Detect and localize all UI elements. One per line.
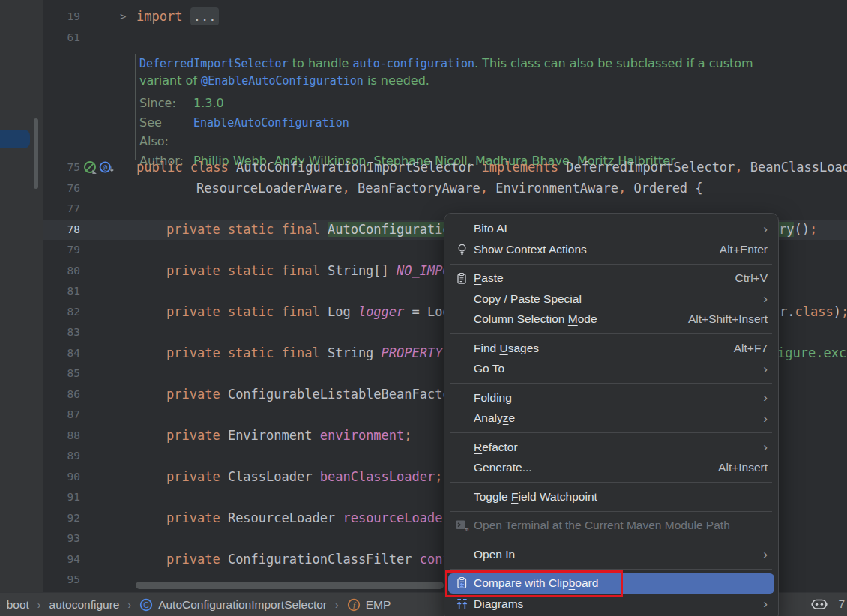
- menu-item-icon-slot: [453, 490, 470, 504]
- menu-item-show-context-actions[interactable]: Show Context ActionsAlt+Enter: [448, 239, 774, 260]
- menu-item-column-selection-mode[interactable]: Column Selection ModeAlt+Shift+Insert: [448, 309, 774, 330]
- code-line-76[interactable]: 76ResourceLoaderAware, BeanFactoryAware,…: [0, 178, 847, 199]
- menu-item-folding[interactable]: Folding›: [448, 387, 774, 408]
- status-right: 7: [810, 592, 847, 616]
- javadoc-text: to handle: [289, 56, 353, 70]
- class-icon: C: [139, 598, 153, 612]
- code-text: private ClassLoader beanClassLoader;: [166, 467, 443, 488]
- breadcrumb-item-emp[interactable]: fEMP: [347, 598, 391, 612]
- line-number: 80: [43, 261, 80, 282]
- menu-separator: [450, 482, 772, 483]
- javadoc-line: variant of @EnableAutoConfiguration is n…: [139, 73, 847, 90]
- svg-text:C: C: [143, 600, 149, 609]
- javadoc-meta-row: See Also:EnableAutoConfiguration: [139, 113, 847, 151]
- menu-item-shortcut: Alt+Shift+Insert: [688, 312, 768, 326]
- menu-item-analyze[interactable]: Analyze›: [448, 408, 774, 429]
- menu-separator: [450, 540, 772, 540]
- menu-item-shortcut: Alt+Insert: [718, 461, 768, 474]
- terminal-maven-icon: m: [453, 519, 470, 532]
- javadoc-link[interactable]: auto-configuration: [353, 57, 475, 70]
- editor-horizontal-scrollbar[interactable]: [136, 582, 444, 589]
- code-line-18[interactable]: 18: [0, 0, 847, 7]
- annotation-red-box: [445, 570, 623, 597]
- line-number: 93: [43, 528, 80, 549]
- javadoc-link[interactable]: DeferredImportSelector: [139, 57, 289, 70]
- code-text: import ...: [136, 7, 219, 28]
- menu-item-label: Generate...: [474, 461, 709, 474]
- menu-item-paste[interactable]: PasteCtrl+V: [448, 268, 774, 289]
- line-number: 81: [43, 281, 80, 302]
- javadoc-meta-row: Since:1.3.0: [139, 94, 847, 113]
- breadcrumb-item-autoconfigurationimportselector[interactable]: CAutoConfigurationImportSelector: [139, 598, 327, 612]
- clipboard-icon: [453, 271, 470, 285]
- spring-bean-icon[interactable]: [83, 160, 98, 175]
- submenu-arrow-icon: ›: [763, 223, 768, 235]
- menu-item-generate[interactable]: Generate...Alt+Insert: [448, 458, 774, 479]
- code-line-75[interactable]: 75@public class AutoConfigurationImportS…: [0, 157, 847, 178]
- copilot-icon[interactable]: [810, 597, 828, 612]
- breadcrumb-separator: ›: [127, 599, 131, 611]
- line-number: 91: [43, 487, 80, 508]
- code-fragment: ry();: [779, 220, 817, 241]
- javadoc-link[interactable]: @EnableAutoConfiguration: [201, 74, 364, 88]
- submenu-arrow-icon: ›: [763, 363, 768, 375]
- menu-item-label: Paste: [474, 271, 726, 285]
- menu-item-go-to[interactable]: Go To›: [448, 359, 774, 380]
- line-number: 84: [43, 343, 80, 364]
- implements-icon[interactable]: @: [99, 160, 114, 175]
- code-line-19[interactable]: 19>import ...: [0, 7, 847, 28]
- menu-separator: [450, 511, 772, 512]
- menu-item-label: Diagrams: [474, 597, 754, 611]
- menu-item-label: Go To: [474, 362, 754, 375]
- line-number: 89: [43, 446, 80, 467]
- breadcrumb-leading-chevron: ›: [0, 599, 1, 611]
- breadcrumb-label: AutoConfigurationImportSelector: [158, 598, 327, 612]
- breadcrumb: boot›autoconfigure›CAutoConfigurationImp…: [7, 598, 391, 612]
- line-number: 92: [43, 508, 80, 529]
- code-text: private static final String[] NO_IMPO: [166, 261, 450, 282]
- menu-item-refactor[interactable]: Refactor›: [448, 437, 774, 458]
- code-fragment: igure.exc: [777, 343, 846, 364]
- menu-item-icon-slot: [453, 292, 470, 306]
- breadcrumb-separator: ›: [335, 599, 339, 611]
- submenu-arrow-icon: ›: [763, 412, 768, 425]
- javadoc-border: [135, 54, 136, 160]
- code-fragment: r.class);: [780, 302, 847, 323]
- diagrams-icon: [453, 597, 470, 611]
- javadoc-text: variant of: [139, 73, 201, 88]
- menu-item-open-terminal-at-the-current-maven-module-path[interactable]: mOpen Terminal at the Current Maven Modu…: [448, 516, 774, 537]
- fold-arrow-icon[interactable]: >: [120, 7, 126, 28]
- project-pane-scrollbar[interactable]: [34, 118, 38, 189]
- line-number: 18: [43, 0, 80, 7]
- project-pane[interactable]: [0, 0, 43, 616]
- menu-item-label: Folding: [474, 391, 754, 405]
- menu-separator: [450, 333, 772, 334]
- code-line-61[interactable]: 61: [0, 28, 847, 49]
- menu-item-toggle-field-watchpoint[interactable]: Toggle Field Watchpoint: [448, 486, 774, 507]
- javadoc-meta-value: 1.3.0: [193, 94, 224, 113]
- menu-item-icon-slot: [453, 342, 470, 355]
- menu-item-find-usages[interactable]: Find UsagesAlt+F7: [448, 338, 774, 359]
- svg-text:@: @: [103, 163, 107, 172]
- menu-item-label: Copy / Paste Special: [474, 292, 754, 306]
- menu-item-copy-paste-special[interactable]: Copy / Paste Special›: [448, 289, 774, 309]
- breadcrumb-item-boot[interactable]: boot: [7, 598, 29, 612]
- code-text: private ResourceLoader resourceLoader: [166, 508, 450, 529]
- lightbulb-icon: [453, 243, 470, 256]
- javadoc-rendered: DeferredImportSelector to handle auto-co…: [139, 55, 847, 170]
- line-number: 79: [43, 240, 80, 261]
- project-selected-item[interactable]: [0, 130, 30, 148]
- breadcrumb-item-autoconfigure[interactable]: autoconfigure: [49, 598, 120, 612]
- menu-item-label: Analyze: [474, 411, 754, 425]
- menu-item-open-in[interactable]: Open In›: [448, 544, 774, 565]
- menu-item-shortcut: Alt+Enter: [720, 243, 768, 256]
- menu-item-icon-slot: [453, 441, 470, 454]
- breadcrumb-label: EMP: [366, 598, 391, 612]
- menu-item-shortcut: Alt+F7: [734, 342, 768, 355]
- line-number: 19: [43, 7, 80, 28]
- menu-item-bito-ai[interactable]: Bito AI›: [448, 219, 774, 240]
- menu-item-label: Find Usages: [474, 342, 725, 355]
- breadcrumb-separator: ›: [37, 599, 41, 611]
- breadcrumb-label: autoconfigure: [49, 598, 120, 612]
- javadoc-link[interactable]: EnableAutoConfiguration: [193, 116, 349, 130]
